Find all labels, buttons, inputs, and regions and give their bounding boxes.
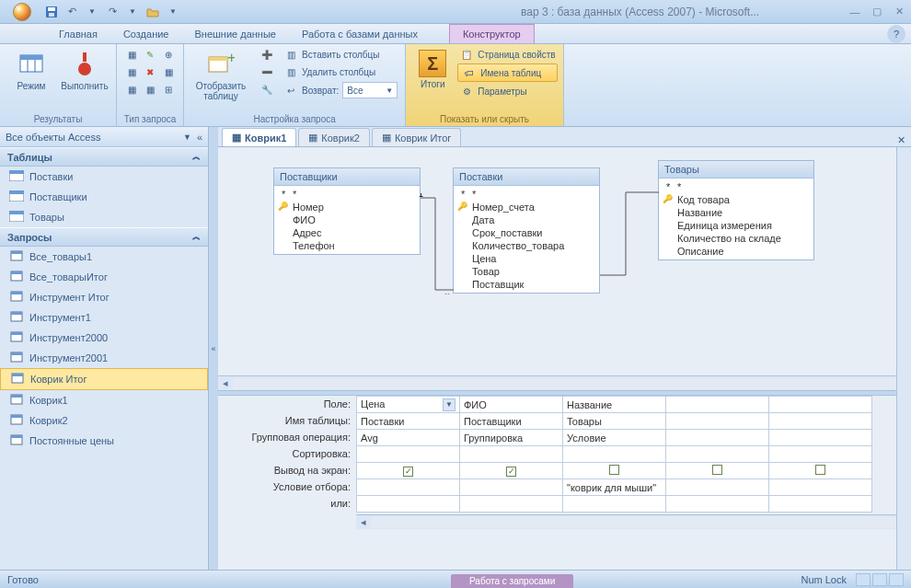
undo-icon[interactable]: ↶ xyxy=(64,5,79,19)
field-row[interactable]: Единица измерения xyxy=(659,219,813,232)
view-button[interactable]: Режим xyxy=(6,46,57,95)
field-row[interactable]: Количество на складе xyxy=(659,232,813,245)
chevron-down-icon[interactable]: ▼ xyxy=(125,5,140,19)
grid-cell[interactable]: Поставщики xyxy=(460,413,563,430)
view-datasheet-icon[interactable] xyxy=(856,573,871,586)
nav-query-item[interactable]: Коврик1 xyxy=(0,390,208,410)
grid-cell[interactable]: ✓ xyxy=(460,463,563,479)
doc-tab[interactable]: ▦Коврик1 xyxy=(222,128,296,146)
redo-icon[interactable]: ↷ xyxy=(105,5,120,19)
grid-table[interactable]: Цена▼ФИОНазваниеПоставкиПоставщикиТовары… xyxy=(356,396,872,513)
totals-button[interactable]: Σ Итоги xyxy=(411,46,454,93)
delete-columns-button[interactable]: ▥Удалить столбцы xyxy=(282,63,399,80)
field-row[interactable]: Номер xyxy=(274,201,420,213)
nav-group-queries[interactable]: Запросы︽ xyxy=(0,227,208,247)
chevron-down-icon[interactable]: ▼ xyxy=(183,133,191,142)
nav-query-item[interactable]: Все_товары1 xyxy=(0,247,208,267)
qtype-btn-1[interactable]: ▦✎⊕ xyxy=(122,46,178,63)
field-row[interactable]: * xyxy=(659,180,813,193)
maximize-button[interactable]: ▢ xyxy=(869,5,885,19)
nav-query-item[interactable]: Постоянные цены xyxy=(0,431,208,451)
field-row[interactable]: * xyxy=(274,188,420,201)
tab-home[interactable]: Главная xyxy=(46,24,110,43)
grid-cell[interactable]: Условие xyxy=(563,430,666,446)
grid-cell[interactable]: Avg xyxy=(357,430,460,446)
grid-cell[interactable] xyxy=(666,413,769,430)
grid-cell[interactable] xyxy=(666,430,769,446)
grid-cell[interactable] xyxy=(563,496,666,513)
table-suppliers[interactable]: Поставщики * Номер ФИО Адрес Телефон xyxy=(273,167,421,255)
grid-cell[interactable] xyxy=(769,430,872,446)
nav-group-tables[interactable]: Таблицы︽ xyxy=(0,147,208,167)
grid-cell[interactable] xyxy=(563,463,666,479)
grid-cell[interactable]: "коврик для мыши" xyxy=(563,479,666,496)
nav-collapse-handle[interactable]: « xyxy=(209,127,218,570)
nav-query-item[interactable]: Коврик2 xyxy=(0,410,208,431)
field-row[interactable]: Адрес xyxy=(274,226,420,239)
grid-cell[interactable] xyxy=(666,397,769,413)
qtype-btn-3[interactable]: ▦▦⊞ xyxy=(122,81,178,98)
field-row[interactable]: Поставщик xyxy=(454,278,599,291)
open-icon[interactable] xyxy=(145,5,160,19)
minimize-button[interactable]: — xyxy=(847,5,863,19)
doc-close-button[interactable]: ✕ xyxy=(892,134,911,146)
tab-create[interactable]: Создание xyxy=(110,24,182,43)
nav-header[interactable]: Все объекты Access ▼ « xyxy=(0,127,208,147)
show-table-button[interactable]: + Отобразить таблицу xyxy=(190,46,252,105)
help-button[interactable]: ? xyxy=(887,25,905,43)
return-select[interactable]: Все▼ xyxy=(342,82,398,98)
nav-query-item[interactable]: Инструмент1 xyxy=(0,307,208,328)
grid-cell[interactable]: Цена▼ xyxy=(357,397,460,413)
grid-cell[interactable]: Товары xyxy=(563,413,666,430)
field-row[interactable]: Название xyxy=(659,206,813,219)
field-row[interactable]: Дата xyxy=(454,213,599,226)
run-button[interactable]: Выполнить xyxy=(59,46,110,95)
qtype-btn-2[interactable]: ▦✖▦ xyxy=(122,63,178,80)
grid-cell[interactable]: Группировка xyxy=(460,430,563,446)
grid-cell[interactable] xyxy=(460,496,563,513)
field-row[interactable]: Товар xyxy=(454,265,599,278)
field-row[interactable]: Телефон xyxy=(274,239,420,252)
grid-hscroll[interactable]: ◂▸ xyxy=(356,514,911,529)
nav-table-item[interactable]: Поставщики xyxy=(0,187,208,207)
grid-cell[interactable]: ✓ xyxy=(357,463,460,479)
doc-tab[interactable]: ▦Коврик2 xyxy=(298,128,370,146)
table-deliveries[interactable]: Поставки * Номер_счета Дата Срок_поставк… xyxy=(453,167,600,294)
grid-cell[interactable] xyxy=(769,446,872,463)
view-sql-icon[interactable] xyxy=(872,573,887,586)
doc-tab[interactable]: ▦Коврик Итог xyxy=(372,128,461,146)
nav-table-item[interactable]: Товары xyxy=(0,207,208,227)
main-vscroll[interactable] xyxy=(896,147,911,570)
grid-cell[interactable] xyxy=(769,479,872,496)
query-diagram-area[interactable]: Поставщики * Номер ФИО Адрес Телефон Пос… xyxy=(218,147,911,375)
field-row[interactable]: * xyxy=(454,188,599,201)
grid-cell[interactable] xyxy=(769,413,872,430)
grid-cell[interactable]: Название xyxy=(563,397,666,413)
field-row[interactable]: Цена xyxy=(454,252,599,265)
grid-cell[interactable] xyxy=(460,479,563,496)
chevron-down-icon[interactable]: ▼ xyxy=(166,5,180,19)
field-row[interactable]: Код товара xyxy=(659,193,813,206)
delete-rows-button[interactable]: ➖ xyxy=(258,63,276,80)
tab-database-tools[interactable]: Работа с базами данных xyxy=(289,24,431,43)
field-row[interactable]: ФИО xyxy=(274,213,420,226)
office-button[interactable] xyxy=(4,2,40,22)
grid-cell[interactable]: Поставки xyxy=(357,413,460,430)
grid-cell[interactable] xyxy=(769,496,872,513)
nav-query-item[interactable]: Все_товарыИтог xyxy=(0,267,208,287)
grid-cell[interactable] xyxy=(666,479,769,496)
grid-cell[interactable] xyxy=(666,496,769,513)
collapse-icon[interactable]: « xyxy=(197,132,202,143)
tab-designer[interactable]: Конструктор xyxy=(449,24,535,43)
nav-query-item[interactable]: Инструмент2000 xyxy=(0,328,208,348)
grid-cell[interactable] xyxy=(357,446,460,463)
grid-cell[interactable]: ФИО xyxy=(460,397,563,413)
field-row[interactable]: Срок_поставки xyxy=(454,226,599,239)
nav-query-item[interactable]: Инструмент Итог xyxy=(0,287,208,307)
diagram-hscroll[interactable]: ◂▸ xyxy=(218,375,911,390)
grid-cell[interactable] xyxy=(357,479,460,496)
save-icon[interactable] xyxy=(44,5,59,19)
tab-external-data[interactable]: Внешние данные xyxy=(182,24,289,43)
grid-cell[interactable] xyxy=(769,397,872,413)
builder-button[interactable]: 🔧 xyxy=(258,81,276,98)
